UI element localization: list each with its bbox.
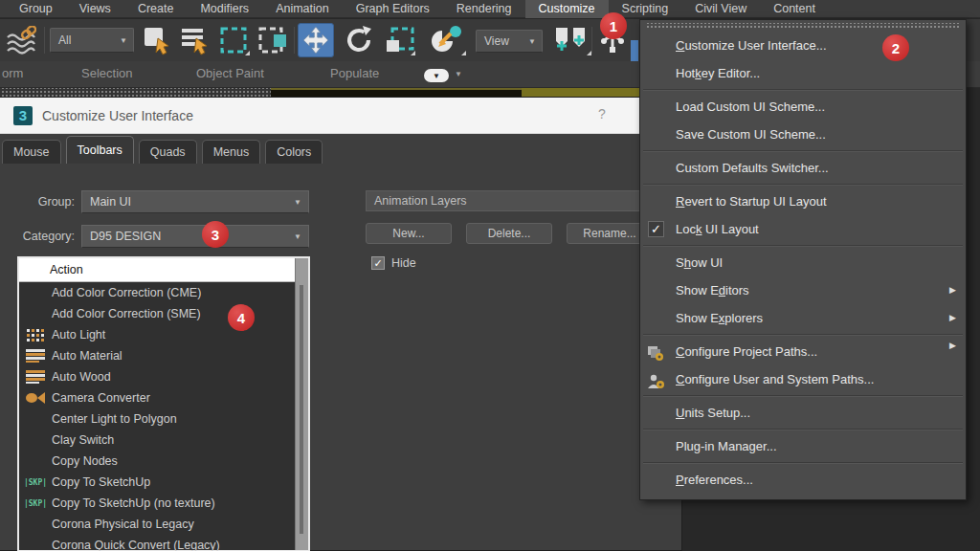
user-paths-icon xyxy=(647,371,666,387)
skp-icon: |SKP| xyxy=(22,474,49,491)
list-item[interactable]: |SKP|Copy To SketchUp xyxy=(19,472,308,493)
menubar-item-animation[interactable]: Animation xyxy=(262,0,343,18)
list-item-label: Add Color Correction (SME) xyxy=(52,307,201,320)
list-item[interactable]: Auto Material xyxy=(19,345,308,366)
reference-coordinate-dropdown[interactable]: View ▼ xyxy=(476,30,543,53)
rectangular-selection-region-icon[interactable] xyxy=(216,24,251,56)
menu-item-configure-user-and-system-paths[interactable]: Configure User and System Paths... xyxy=(640,365,966,393)
tab-mouse[interactable]: Mouse xyxy=(2,140,61,164)
select-and-scale-icon[interactable] xyxy=(382,24,416,56)
menu-item-revert-to-startup-ui-layout[interactable]: Revert to Startup UI Layout xyxy=(640,187,966,215)
action-list-scrollbar[interactable] xyxy=(295,258,308,550)
list-item[interactable]: Copy Nodes xyxy=(19,451,308,472)
menu-item-configure-project-paths[interactable]: Configure Project Paths... xyxy=(640,338,966,365)
menu-item-show-ui[interactable]: Show UI▶ xyxy=(640,249,966,276)
menubar-item-customize[interactable]: Customize xyxy=(525,0,609,18)
group-dropdown[interactable]: Main UI ▼ xyxy=(81,190,309,213)
list-item[interactable]: Corona Physical to Legacy xyxy=(19,514,308,535)
selection-filter-value: All xyxy=(58,33,71,47)
hide-checkbox[interactable]: ✓ xyxy=(371,256,385,270)
menubar-item-group[interactable]: Group xyxy=(6,0,66,18)
menu-item-show-explorers[interactable]: Show Explorers▶ xyxy=(640,304,966,332)
menu-item-save-custom-ui-scheme[interactable]: Save Custom UI Scheme... xyxy=(640,121,966,148)
menu-separator xyxy=(643,462,963,464)
select-and-move-icon[interactable] xyxy=(298,23,334,57)
menubar-item-graph-editors[interactable]: Graph Editors xyxy=(343,0,443,18)
action-list-rows: Add Color Correction (CME)Add Color Corr… xyxy=(19,282,308,551)
list-item[interactable]: Auto Wood xyxy=(19,366,308,387)
select-by-name-icon[interactable] xyxy=(178,24,212,56)
menu-item-label: Show UI xyxy=(676,255,723,270)
toolbar-separator xyxy=(44,27,45,54)
menubar-item-civil-view[interactable]: Civil View xyxy=(681,0,760,18)
menu-item-lock-ui-layout[interactable]: Lock UI Layout✓ xyxy=(640,215,966,243)
ribbon-tab-object-paint[interactable]: Object Paint xyxy=(196,66,264,80)
select-object-icon[interactable] xyxy=(140,24,174,56)
menu-item-label: Customize User Interface... xyxy=(676,38,827,53)
select-and-link-icon[interactable] xyxy=(4,24,38,56)
ribbon-tab-populate[interactable]: Populate xyxy=(330,66,379,80)
menu-item-label: Configure Project Paths... xyxy=(676,344,817,359)
ribbon-tab-selection[interactable]: Selection xyxy=(81,66,132,80)
button-delete[interactable]: Delete... xyxy=(466,223,552,244)
menu-item-label: Hotkey Editor... xyxy=(676,66,760,80)
hide-label: Hide xyxy=(391,256,416,270)
menu-separator xyxy=(643,150,963,152)
menubar: GroupViewsCreateModifiersAnimationGraph … xyxy=(0,0,980,18)
menubar-item-rendering[interactable]: Rendering xyxy=(443,0,525,18)
list-item[interactable]: Camera Converter xyxy=(19,387,308,408)
ribbon-tab-orm[interactable]: orm xyxy=(2,66,23,80)
menu-tearoff-grip[interactable] xyxy=(646,23,960,30)
list-item[interactable]: Add Color Correction (CME) xyxy=(19,282,308,303)
chevron-down-icon[interactable]: ▼ xyxy=(455,70,462,78)
list-item-label: Auto Wood xyxy=(52,370,111,384)
menubar-item-create[interactable]: Create xyxy=(124,0,188,18)
menubar-item-views[interactable]: Views xyxy=(66,0,124,18)
list-item[interactable]: Clay Switch xyxy=(19,430,308,451)
dialog-titlebar[interactable]: 3 Customize User Interface ? xyxy=(0,98,681,134)
dropdown-arrow-icon: ▼ xyxy=(294,198,301,207)
reference-coordinate-value: View xyxy=(484,34,509,48)
dialog-tabs: MouseToolbarsQuadsMenusColors xyxy=(2,136,327,164)
menu-item-preferences[interactable]: Preferences... xyxy=(640,466,966,494)
list-item[interactable]: |SKP|Copy To SketchUp (no texture) xyxy=(19,493,308,514)
ribbon-minimize-icon[interactable]: ▼ xyxy=(424,69,449,82)
toolbar-name-field[interactable]: Animation Layers xyxy=(366,190,653,211)
menu-item-custom-defaults-switcher[interactable]: Custom Defaults Switcher... xyxy=(640,154,966,182)
select-and-rotate-icon[interactable] xyxy=(342,24,376,56)
menu-item-plug-in-manager[interactable]: Plug-in Manager... xyxy=(640,432,966,460)
menu-item-units-setup[interactable]: Units Setup... xyxy=(640,399,966,427)
menu-separator xyxy=(643,245,963,247)
list-item[interactable]: Corona Quick Convert (Legacy) xyxy=(19,535,308,551)
menubar-item-content[interactable]: Content xyxy=(760,0,829,18)
list-item[interactable]: Center Light to Polygon xyxy=(19,408,308,430)
window-crossing-icon[interactable] xyxy=(256,24,291,56)
list-item[interactable]: Auto Light xyxy=(19,324,308,345)
tab-toolbars[interactable]: Toolbars xyxy=(66,136,134,164)
help-button[interactable]: ? xyxy=(593,106,611,121)
tab-quads[interactable]: Quads xyxy=(139,140,197,164)
checkmark-icon: ✓ xyxy=(648,221,664,237)
menu-separator xyxy=(643,429,963,430)
tab-menus[interactable]: Menus xyxy=(202,140,261,164)
menu-item-customize-user-interface[interactable]: Customize User Interface... xyxy=(640,32,966,59)
menu-separator xyxy=(643,395,963,397)
menubar-item-modifiers[interactable]: Modifiers xyxy=(187,0,262,18)
category-dropdown[interactable]: D95 DESIGN ▼ xyxy=(81,225,309,248)
button-new[interactable]: New... xyxy=(366,223,452,244)
list-item[interactable]: Add Color Correction (SME) xyxy=(19,303,308,324)
select-and-place-icon[interactable] xyxy=(425,24,467,56)
tab-colors[interactable]: Colors xyxy=(265,140,323,164)
annotation-badge-3: 3 xyxy=(202,221,229,248)
menu-item-hotkey-editor[interactable]: Hotkey Editor... xyxy=(640,59,966,87)
snaps-toggle-partial[interactable] xyxy=(631,40,638,61)
3dsmax-window: GroupViewsCreateModifiersAnimationGraph … xyxy=(0,0,980,551)
action-list-header[interactable]: Action xyxy=(19,258,308,282)
menu-item-label: Units Setup... xyxy=(676,406,750,420)
customize-menu: Customize User Interface...Hotkey Editor… xyxy=(639,19,967,500)
dropdown-arrow-icon: ▼ xyxy=(120,36,127,45)
use-pivot-point-center-icon[interactable] xyxy=(548,24,592,56)
selection-filter-dropdown[interactable]: All ▼ xyxy=(50,28,134,53)
menu-item-load-custom-ui-scheme[interactable]: Load Custom UI Scheme... xyxy=(640,93,966,121)
menu-item-show-editors[interactable]: Show Editors▶ xyxy=(640,276,966,304)
